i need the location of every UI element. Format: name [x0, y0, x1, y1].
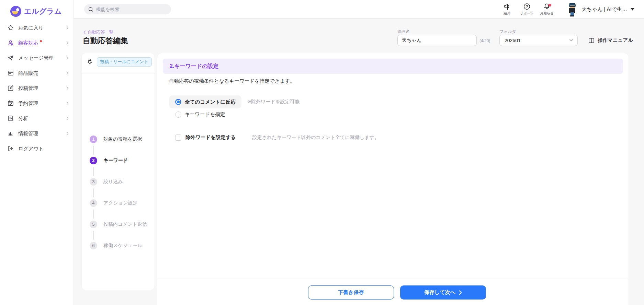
step-connector — [93, 210, 94, 219]
automation-type-badge: 投稿・リールにコメント — [97, 57, 152, 67]
chevron-right-icon — [66, 56, 69, 60]
radio-selected-icon[interactable] — [175, 99, 181, 105]
exclude-words-row: 除外ワードを設定する 設定されたキーワード以外のコメント全てに稼働します。 — [175, 134, 379, 141]
sidebar-item-label: 商品販売 — [18, 70, 38, 77]
search-bar[interactable] — [84, 4, 171, 14]
divider — [82, 73, 155, 73]
step-number: 5 — [90, 221, 97, 228]
caret-down-icon — [631, 8, 634, 11]
step-6-schedule[interactable]: 6 稼働スケジュール — [90, 242, 143, 249]
folder-select-value: 202601 — [505, 38, 521, 43]
person-icon — [8, 40, 14, 46]
document-search-icon — [8, 115, 14, 121]
checkbox-label: 除外ワードを設定する — [185, 134, 236, 141]
chevron-down-icon — [569, 39, 573, 42]
send-icon — [8, 55, 14, 61]
checkbox-exclude-words[interactable] — [175, 134, 181, 141]
chevron-right-icon — [66, 86, 69, 90]
step-label: 投稿内コメント返信 — [103, 221, 147, 227]
sidebar-item-label: 投稿管理 — [18, 85, 38, 92]
automation-type: 投稿・リールにコメント — [86, 57, 152, 67]
radio-specify-keywords[interactable]: キーワードを指定 — [175, 111, 225, 118]
radio-unselected-icon[interactable] — [175, 112, 181, 118]
step-2-keywords[interactable]: 2 キーワード — [90, 157, 128, 164]
sidebar-item-reservation-management[interactable]: 予約管理 — [0, 96, 74, 111]
notification-dot — [40, 40, 42, 42]
save-and-next-button[interactable]: 保存して次へ — [400, 285, 486, 300]
sidebar-item-label: 分析 — [18, 115, 28, 122]
radio-all-comments[interactable]: 全てのコメントに反応 — [169, 95, 241, 108]
search-input[interactable] — [96, 7, 161, 12]
sidebar-item-analysis[interactable]: 分析 — [0, 111, 74, 126]
step-label: 対象の投稿を選択 — [103, 136, 142, 142]
save-draft-button[interactable]: 下書き保存 — [308, 285, 394, 300]
step-number: 4 — [90, 199, 97, 207]
chevron-right-icon — [66, 41, 69, 45]
step-4-action-settings[interactable]: 4 アクション設定 — [90, 199, 138, 207]
notifications-button[interactable]: お知らせ — [537, 3, 557, 16]
breadcrumb[interactable]: 自動応答一覧 — [83, 30, 113, 35]
search-icon — [88, 7, 93, 12]
sidebar-item-info-management[interactable]: 情報管理 — [0, 126, 74, 141]
chevron-right-icon — [66, 131, 69, 136]
intro-button[interactable]: 紹介 — [497, 3, 517, 16]
svg-text:?: ? — [526, 4, 528, 9]
intro-label: 紹介 — [504, 11, 510, 16]
panel-title: 2.キーワードの設定 — [170, 63, 219, 70]
page-title: 自動応答編集 — [83, 36, 128, 46]
user-menu[interactable]: 天ちゃん | AIで生… — [566, 2, 634, 16]
folder-select[interactable]: 202601 — [499, 35, 578, 46]
save-and-next-label: 保存して次へ — [424, 289, 455, 296]
bar-chart-icon — [8, 130, 14, 137]
step-connector — [93, 146, 94, 155]
star-icon — [8, 25, 14, 31]
help-icon: ? — [523, 3, 531, 10]
manual-link-label: 操作マニュアル — [598, 37, 633, 44]
sidebar-item-message-management[interactable]: メッセージ管理 — [0, 50, 74, 66]
step-connector — [93, 231, 94, 240]
step-number: 1 — [90, 136, 97, 143]
calendar-icon — [8, 100, 14, 106]
notifications-label: お知らせ — [540, 11, 554, 16]
notification-badge — [549, 4, 551, 7]
support-label: サポート — [520, 11, 534, 16]
management-name-input[interactable] — [397, 35, 477, 46]
megaphone-icon — [503, 3, 511, 10]
sidebar-item-product-sales[interactable]: 商品販売 — [0, 66, 74, 81]
chevron-right-icon — [66, 26, 69, 30]
option-row-all-comments: 全てのコメントに反応 ※除外ワードを設定可能 — [169, 95, 300, 108]
step-3-filtering[interactable]: 3 絞り込み — [90, 178, 123, 186]
step-1-select-posts[interactable]: 1 対象の投稿を選択 — [90, 136, 142, 143]
sidebar-item-label: 顧客対応 — [18, 40, 38, 46]
sidebar-item-label: お気に入り — [18, 25, 44, 31]
chevron-right-icon — [66, 116, 69, 120]
step-number: 6 — [90, 242, 97, 249]
topbar-right: 紹介 ? サポート お知らせ 天ちゃん | AIで生… — [497, 0, 634, 19]
support-button[interactable]: ? サポート — [517, 3, 537, 16]
sidebar-item-favorites[interactable]: お気に入り — [0, 20, 74, 35]
breadcrumb-label: 自動応答一覧 — [88, 30, 113, 35]
step-label: 稼働スケジュール — [103, 243, 143, 249]
footer-divider — [157, 279, 629, 279]
sidebar-item-label: メッセージ管理 — [18, 55, 54, 61]
logout-icon — [8, 145, 14, 152]
sidebar: エルグラム お気に入り 顧客対応 メッセージ管理 商品販売 — [0, 0, 74, 305]
folder-label: フォルダ — [499, 29, 516, 35]
sidebar-item-logout[interactable]: ログアウト — [0, 141, 74, 156]
user-name: 天ちゃん | AIで生… — [581, 6, 627, 13]
chevron-right-icon — [459, 290, 462, 295]
sidebar-item-post-management[interactable]: 投稿管理 — [0, 81, 74, 96]
edit-icon — [8, 85, 14, 91]
sidebar-item-customer-support[interactable]: 顧客対応 — [0, 35, 74, 50]
storefront-icon — [8, 70, 14, 76]
chevron-right-icon — [66, 101, 69, 105]
panel-header: 2.キーワードの設定 — [163, 59, 623, 74]
brand-logo[interactable]: エルグラム — [0, 0, 74, 19]
keyword-settings-panel: 2.キーワードの設定 自動応答の稼働条件となるキーワードを指定できます。 全ての… — [157, 53, 629, 305]
manual-link[interactable]: 操作マニュアル — [588, 37, 633, 44]
step-label: 絞り込み — [103, 179, 123, 185]
sidebar-item-label: 予約管理 — [18, 100, 38, 107]
step-5-comment-reply[interactable]: 5 投稿内コメント返信 — [90, 221, 147, 228]
sidebar-item-label: ログアウト — [18, 145, 44, 152]
step-number: 3 — [90, 178, 97, 186]
